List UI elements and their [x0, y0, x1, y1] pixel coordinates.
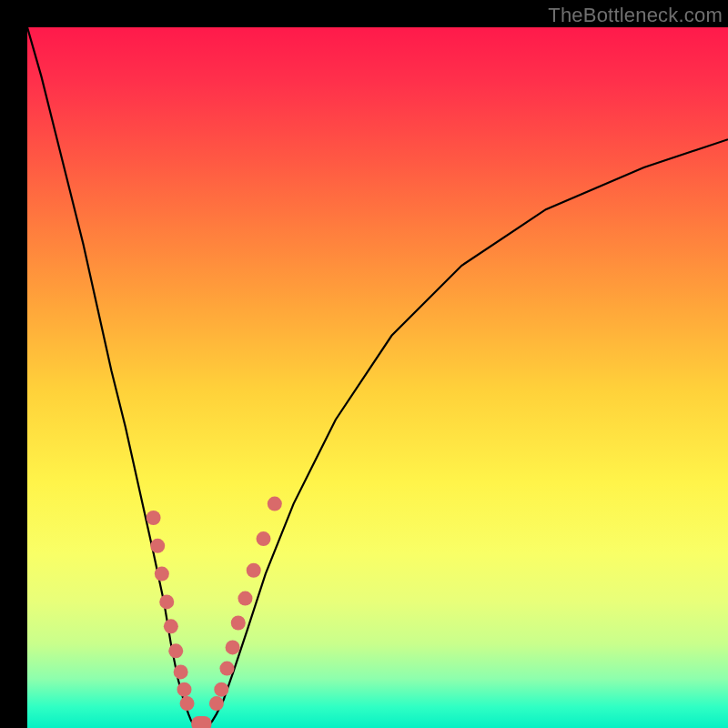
data-dot [180, 696, 195, 711]
data-dot [150, 539, 165, 553]
data-dot [226, 640, 240, 654]
data-dot [231, 616, 246, 631]
chart-overlay [27, 27, 728, 728]
watermark-text: TheBottleneck.com [548, 4, 723, 27]
right-curve-path [209, 139, 728, 724]
data-dot [177, 682, 191, 697]
data-dot [247, 563, 261, 578]
data-dot [159, 594, 174, 609]
right-dots-group [209, 497, 282, 711]
plot-area [27, 27, 728, 728]
data-dot [256, 531, 270, 546]
data-dot [268, 497, 282, 511]
data-dot [155, 567, 169, 581]
data-dot [238, 592, 252, 606]
data-dot [164, 619, 178, 633]
data-dot [174, 664, 188, 679]
data-dot [219, 662, 234, 676]
data-dot [168, 643, 183, 658]
left-dots-group [147, 511, 195, 711]
valley-bar [191, 716, 211, 728]
data-dot [147, 511, 161, 525]
data-dot [209, 696, 224, 711]
outer-black-frame: TheBottleneck.com [0, 0, 728, 728]
data-dot [214, 682, 228, 697]
